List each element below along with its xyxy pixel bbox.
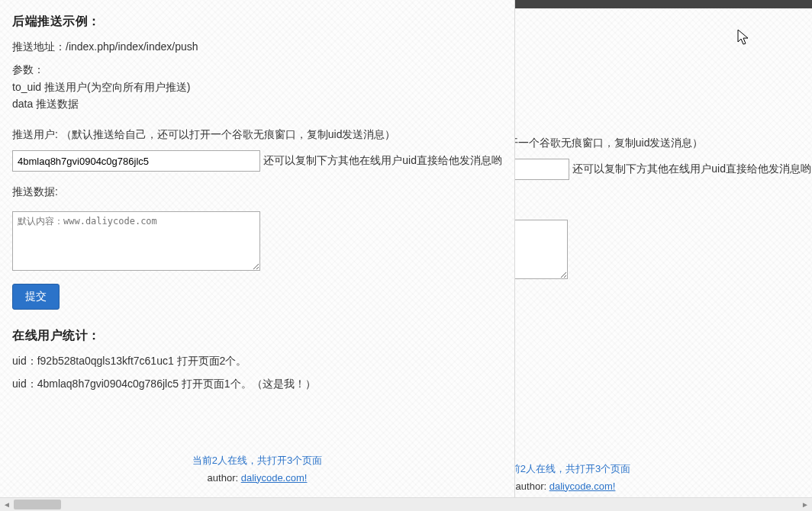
param-data: data 推送数据 <box>515 104 811 121</box>
horizontal-scrollbar[interactable]: ◄ ► <box>0 497 812 511</box>
param-to-uid: to_uid 推送用户(为空向所有用户推送) <box>515 88 811 104</box>
footer-author-link[interactable]: daliycode.com! <box>241 472 308 484</box>
online-user-row: 打开页面2个。（这是我！） <box>515 362 811 378</box>
stats-title: 在线用户统计： <box>12 328 502 344</box>
footer-author-prefix: author: <box>208 472 241 484</box>
submit-button[interactable]: 提交 <box>12 284 60 310</box>
uid-input[interactable] <box>12 150 260 172</box>
scroll-left-arrow-icon[interactable]: ◄ <box>0 498 14 511</box>
online-user-row: uid：4bmlaq8h7gvi0904c0g786jlc5 打开页面1个。（这… <box>12 376 502 393</box>
online-user-row: 打开页面1个。 <box>515 384 811 401</box>
stats-title: 在线用户统计： <box>515 336 811 352</box>
footer-summary: 当前2人在线，共打开3个页面 <box>515 462 811 476</box>
online-user-row: uid：f92b528ta0qgls13kft7c61uc1 打开页面2个。 <box>12 353 502 370</box>
params-heading: 参数： <box>515 70 811 87</box>
scrollbar-track[interactable] <box>14 498 798 511</box>
scroll-right-arrow-icon[interactable]: ► <box>798 498 812 511</box>
params-heading: 参数： <box>12 62 502 79</box>
param-to-uid: to_uid 推送用户(为空向所有用户推送) <box>12 79 502 96</box>
footer-author-link[interactable]: daliycode.com! <box>549 480 616 492</box>
window-titlebar <box>515 0 812 8</box>
push-data-textarea[interactable] <box>12 211 260 271</box>
uid-hint: 还可以复制下方其他在线用户uid直接给他发消息哟 <box>572 162 811 176</box>
right-pane: 后端推送示例： 推送地址：/index.php/index/index/push… <box>515 0 812 497</box>
footer-summary: 当前2人在线，共打开3个页面 <box>12 454 502 468</box>
push-data-label: 推送数据: <box>12 184 502 201</box>
scrollbar-thumb[interactable] <box>14 500 61 509</box>
uid-input[interactable] <box>515 159 569 180</box>
push-user-label: 推送用户: （默认推送给自己，还可以打开一个谷歌无痕窗口，复制uid发送消息） <box>12 127 502 143</box>
footer-author-prefix: author: <box>516 480 549 492</box>
push-data-textarea[interactable] <box>515 220 568 279</box>
page-title: 后端推送示例： <box>12 14 502 30</box>
param-data: data 推送数据 <box>12 96 502 113</box>
page-title: 后端推送示例： <box>515 22 811 38</box>
uid-hint: 还可以复制下方其他在线用户uid直接给他发消息哟 <box>263 154 502 168</box>
push-url: 推送地址：/index.php/index/index/push <box>515 47 811 64</box>
push-url: 推送地址：/index.php/index/index/push <box>12 39 502 56</box>
push-user-label: 推送用户: （默认推送给自己，还可以打开一个谷歌无痕窗口，复制uid发送消息） <box>515 135 811 152</box>
push-data-label: 推送数据: <box>515 192 811 209</box>
left-pane: 后端推送示例： 推送地址：/index.php/index/index/push… <box>0 0 515 497</box>
